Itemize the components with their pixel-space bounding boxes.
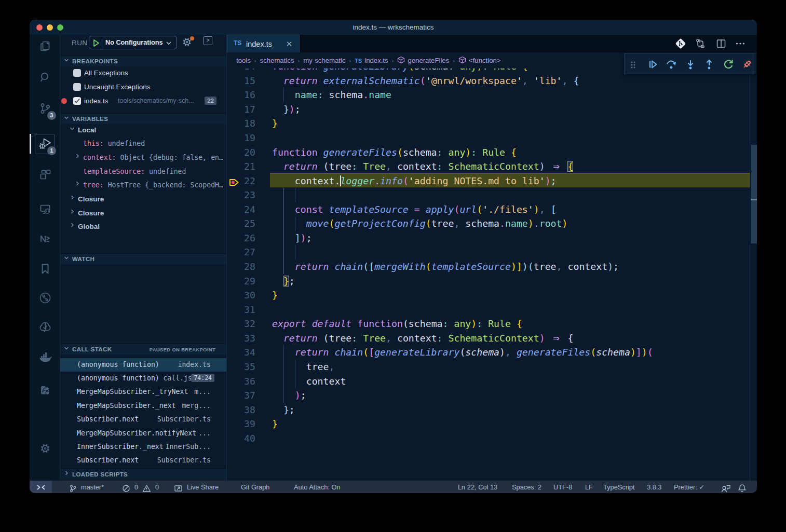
status-item-ts-version[interactable]: 3.8.3 — [647, 481, 661, 493]
call-stack-frame[interactable]: MergeMapSubscriber.notifyNext... — [60, 427, 226, 440]
code-line[interactable]: 36 context — [227, 374, 757, 389]
status-item-warnings[interactable]: 0 — [142, 481, 159, 493]
start-debug-icon[interactable] — [93, 39, 100, 47]
status-item-prettier[interactable]: Prettier: ✓ — [674, 481, 704, 493]
call-stack-frame[interactable]: (anonymous function)call.js74:24 — [60, 372, 226, 385]
status-item-git-branch[interactable]: master* — [69, 481, 104, 493]
code-line[interactable]: 38 }; — [227, 403, 757, 417]
variable-row[interactable]: tree: HostTree {_backend: ScopedH… — [60, 178, 226, 192]
breakpoint-row[interactable]: Uncaught Exceptions — [60, 80, 226, 94]
code-line[interactable]: 28 return chain([mergeWith(templateSourc… — [227, 260, 757, 274]
status-item-live-share[interactable]: Live Share — [174, 481, 219, 493]
chevron-down-icon[interactable] — [69, 123, 75, 137]
code-line[interactable]: 17 }); — [227, 102, 757, 117]
code-line[interactable]: 32export default function(schema: any): … — [227, 317, 757, 331]
code-line[interactable]: 18} — [227, 116, 757, 131]
activity-bar-item-extensions[interactable] — [30, 162, 60, 187]
status-item-git-graph[interactable]: Git Graph — [241, 481, 269, 493]
chevron-right-icon[interactable] — [74, 178, 80, 192]
breadcrumb-item[interactable]: generateFiles — [397, 57, 449, 64]
activity-bar-item-git-graph[interactable] — [30, 285, 60, 310]
call-stack-frame[interactable]: InnerSubscriber._nextInnerSub... — [60, 440, 226, 454]
ellipsis-icon[interactable] — [734, 37, 747, 50]
code-line[interactable]: 21 return (tree: Tree, context: Schemati… — [227, 159, 757, 174]
activity-bar-item-docker[interactable] — [30, 345, 60, 370]
code-line[interactable]: 23 — [227, 188, 757, 202]
section-header-loaded-scripts[interactable]: LOADED SCRIPTS — [60, 469, 226, 480]
breakpoint-row[interactable]: index.tstools/schematics/my-sch...22 — [60, 94, 226, 108]
breakpoint-checkbox[interactable] — [73, 83, 81, 91]
activity-bar-item-nx-console[interactable] — [30, 226, 60, 251]
activity-bar-item-testing[interactable] — [30, 315, 60, 340]
git-diamond-icon[interactable] — [674, 37, 687, 50]
code-line[interactable]: 35 tree, — [227, 360, 757, 374]
breadcrumb-item[interactable]: <function> — [458, 57, 501, 64]
code-line[interactable]: 29 }; — [227, 274, 757, 289]
activity-bar-item-bookmarks[interactable] — [30, 256, 60, 281]
breadcrumb-item[interactable]: tools — [236, 57, 251, 64]
code-line[interactable]: 22 context.logger.info('adding NOTES.md … — [227, 174, 757, 188]
call-stack-frame[interactable]: (anonymous function)index.ts — [60, 358, 226, 372]
compare-changes-icon[interactable] — [694, 37, 707, 50]
status-item-notifications[interactable] — [738, 481, 751, 493]
code-line[interactable]: 25 move(getProjectConfig(tree, schema.na… — [227, 216, 757, 231]
status-item-errors[interactable]: 0 — [122, 481, 138, 493]
status-item-auto-attach[interactable]: Auto Attach: On — [294, 481, 341, 493]
activity-bar-item-settings[interactable] — [30, 436, 60, 461]
step-into-icon[interactable] — [684, 58, 697, 71]
code-line[interactable]: 24 const templateSource = apply(url('./f… — [227, 202, 757, 217]
breadcrumb-item[interactable]: TSindex.ts — [355, 57, 388, 64]
variables-scope-row[interactable]: Closure — [60, 192, 226, 206]
activity-bar-item-explorer[interactable] — [30, 34, 60, 59]
breadcrumb-item[interactable]: schematics — [260, 57, 294, 64]
code-line[interactable]: 16 name: schema.name — [227, 88, 757, 102]
code-line[interactable]: 34 return chain([generateLibrary(schema)… — [227, 345, 757, 360]
status-item-indentation[interactable]: Spaces: 2 — [512, 481, 541, 493]
variables-scope-row[interactable]: Global — [60, 220, 226, 234]
breakpoint-checkbox[interactable] — [73, 69, 81, 77]
continue-icon[interactable] — [646, 58, 659, 71]
code-line[interactable]: 15 return externalSchematic('@nrwl/works… — [227, 74, 757, 88]
remote-indicator[interactable] — [30, 481, 52, 493]
code-line[interactable]: 20function generateFiles(schema: any): R… — [227, 145, 757, 160]
activity-bar-item-live-share[interactable] — [30, 377, 60, 402]
code-line[interactable]: 40 — [227, 431, 757, 446]
status-item-language-mode[interactable]: TypeScript — [603, 481, 634, 493]
status-item-feedback[interactable] — [721, 481, 735, 493]
scrollbar-thumb[interactable] — [751, 145, 757, 243]
code-line[interactable]: 39} — [227, 417, 757, 431]
section-header-call-stack[interactable]: CALL STACKPAUSED ON BREAKPOINT — [60, 344, 226, 354]
activity-bar-item-remote-explorer[interactable] — [30, 197, 60, 222]
chevron-right-icon[interactable] — [69, 220, 75, 234]
code-line[interactable]: 33 return (tree: Tree, context: Schemati… — [227, 331, 757, 346]
variable-row[interactable]: context: Object {debug: false, en… — [60, 151, 226, 165]
status-item-cursor-position[interactable]: Ln 22, Col 13 — [458, 481, 497, 493]
status-item-eol[interactable]: LF — [585, 481, 593, 493]
chevron-right-icon[interactable] — [74, 151, 80, 165]
chevron-right-icon[interactable] — [69, 192, 75, 206]
call-stack-frame[interactable]: Subscriber.nextSubscriber.ts — [60, 454, 226, 467]
step-over-icon[interactable] — [665, 58, 677, 71]
activity-bar-item-search[interactable] — [30, 65, 60, 90]
code-line[interactable]: 19 — [227, 131, 757, 145]
step-out-icon[interactable] — [703, 58, 715, 71]
disconnect-icon[interactable] — [741, 58, 753, 71]
debug-console-toggle-icon[interactable]: > — [204, 36, 212, 45]
call-stack-frame[interactable]: MergeMapSubscriber._tryNextm... — [60, 385, 226, 399]
section-header-watch[interactable]: WATCH — [60, 253, 226, 264]
variable-row[interactable]: templateSource: undefined — [60, 165, 226, 179]
activity-bar-item-source-control[interactable]: 3 — [30, 96, 60, 121]
launch-configuration-dropdown[interactable]: No Configurations — [89, 36, 177, 49]
section-header-breakpoints[interactable]: BREAKPOINTS — [60, 56, 226, 66]
code-line[interactable]: 26 ]); — [227, 231, 757, 245]
call-stack-frame[interactable]: MergeMapSubscriber._nextmerg... — [60, 399, 226, 413]
breakpoint-row[interactable]: All Exceptions — [60, 66, 226, 80]
breakpoint-checkbox[interactable] — [73, 97, 81, 105]
activity-bar-item-run-and-debug[interactable]: 1 — [30, 131, 60, 156]
debug-settings-gear-icon[interactable] — [181, 36, 195, 50]
call-stack-frame[interactable]: Subscriber.nextSubscriber.ts — [60, 413, 226, 426]
variables-scope-row[interactable]: Local — [60, 123, 226, 137]
code-editor[interactable]: 14function generateLibrary(schema: any):… — [227, 69, 757, 481]
editor-scrollbar[interactable] — [750, 69, 757, 481]
restart-icon[interactable] — [722, 58, 735, 71]
